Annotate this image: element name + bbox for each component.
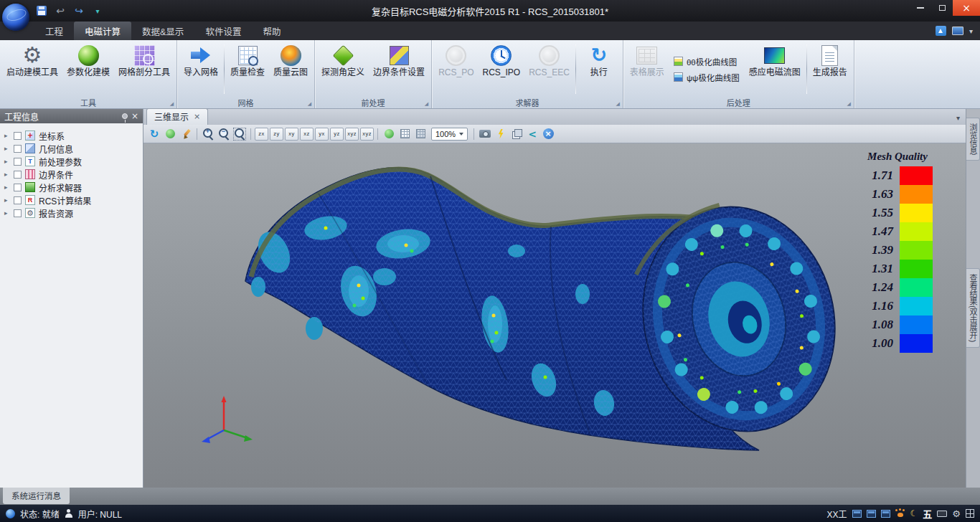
view-orientation-button[interactable]: zy [270, 128, 283, 141]
separator [224, 44, 225, 94]
mesh-grid-icon[interactable] [413, 127, 428, 141]
parameter-icon [25, 156, 35, 166]
mesh-partition-tool-button[interactable]: 网格剖分工具 [114, 42, 174, 97]
zoom-level-select[interactable]: 100% [431, 128, 468, 141]
layers-icon[interactable] [509, 127, 524, 141]
execute-button[interactable]: ↻ 执行 [578, 42, 621, 97]
system-messages-tab[interactable]: 系统运行消息 [3, 488, 70, 504]
checkbox[interactable] [14, 145, 22, 153]
zoom-window-icon[interactable] [232, 127, 247, 141]
render-mode-icon[interactable] [163, 127, 177, 141]
rcs-ipo-button[interactable]: RCS_IPO [478, 42, 524, 97]
view-orientation-button[interactable]: xyz [360, 128, 374, 141]
undo-button[interactable]: ↩ [55, 5, 66, 16]
view-orientation-button[interactable]: xz [300, 128, 314, 141]
dialog-launcher-icon[interactable]: ◢ [616, 102, 619, 107]
share-icon[interactable]: < [525, 127, 540, 141]
tree-item-boundary-conditions[interactable]: ▸ 边界条件 [0, 168, 143, 181]
tab-em-calculation[interactable]: 电磁计算 [74, 22, 131, 40]
lightning-icon[interactable] [494, 127, 508, 141]
window-icon[interactable] [867, 510, 876, 518]
checkbox[interactable] [14, 209, 22, 217]
chevron-down-icon[interactable]: ▾ [969, 27, 973, 35]
tree-item-analysis-solver[interactable]: ▸ 分析求解器 [0, 181, 143, 194]
tree-item-preprocess-params[interactable]: ▸ 前处理参数 [0, 155, 143, 168]
expander-icon[interactable]: ▸ [4, 209, 10, 217]
minimize-button[interactable] [910, 0, 931, 16]
expander-icon[interactable]: ▸ [4, 132, 10, 139]
grid-icon[interactable] [966, 509, 974, 518]
shaded-view-icon[interactable] [382, 127, 396, 141]
checkbox[interactable] [14, 132, 22, 140]
dialog-launcher-icon[interactable]: ◢ [308, 102, 311, 107]
tab-help[interactable]: 帮助 [252, 22, 291, 40]
maximize-button[interactable] [931, 0, 953, 16]
expander-icon[interactable]: ▸ [4, 145, 10, 152]
edit-icon[interactable] [179, 127, 193, 141]
boundary-conditions-button[interactable]: 边界条件设置 [369, 42, 429, 97]
tab-software-settings[interactable]: 软件设置 [194, 22, 252, 40]
browse-info-vertical-tab[interactable]: 浏览信息 [966, 118, 980, 161]
zoom-out-icon[interactable] [217, 127, 231, 141]
window-icon[interactable] [881, 510, 890, 518]
tab-project[interactable]: 工程 [34, 22, 74, 40]
up-arrow-icon[interactable] [936, 26, 946, 36]
keyboard-icon[interactable] [937, 511, 947, 517]
checkbox[interactable] [14, 184, 22, 191]
input-method-indicator[interactable]: 五 [923, 507, 932, 521]
tree-item-geometry-info[interactable]: ▸ 几何信息 [0, 142, 143, 155]
expander-icon[interactable]: ▸ [4, 171, 10, 178]
close-button[interactable]: × [953, 0, 980, 16]
monitor-icon[interactable] [952, 27, 963, 35]
pin-icon[interactable] [122, 113, 128, 119]
tab-3d-display[interactable]: 三维显示 × [146, 108, 208, 125]
tree-item-coordinate-system[interactable]: ▸ 坐标系 [0, 129, 143, 142]
moon-icon[interactable]: ☾ [910, 508, 918, 518]
expander-icon[interactable]: ▸ [4, 184, 10, 191]
gear-icon[interactable]: ⚙ [952, 508, 961, 519]
view-orientation-button[interactable]: xy [285, 128, 298, 141]
launch-modeling-tool-button[interactable]: ⚙ 启动建模工具 [2, 42, 62, 97]
zoom-in-icon[interactable] [201, 127, 215, 141]
tree-item-report-resources[interactable]: ▸ 报告资源 [0, 207, 143, 219]
redo-button[interactable]: ↪ [73, 5, 85, 16]
quality-cloud-map-button[interactable]: 质量云图 [269, 42, 312, 97]
quick-access-dropdown-icon[interactable]: ▾ [92, 5, 103, 16]
view-orientation-button[interactable]: yz [330, 128, 344, 141]
save-button[interactable] [36, 5, 47, 16]
wireframe-icon[interactable] [397, 127, 412, 141]
dialog-launcher-icon[interactable]: ◢ [425, 102, 428, 107]
screenshot-icon[interactable] [478, 127, 492, 141]
parametric-modeling-button[interactable]: 参数化建模 [62, 42, 114, 97]
theta-polarization-curve-button[interactable]: θθ极化曲线图 [672, 55, 742, 68]
tab-data-display[interactable]: 数据&显示 [131, 22, 194, 40]
probe-angle-button[interactable]: 探测角定义 [317, 42, 369, 97]
view-orientation-button[interactable]: zx [255, 128, 268, 141]
paw-icon[interactable] [895, 509, 905, 518]
checkbox[interactable] [14, 171, 22, 179]
window-icon[interactable] [852, 510, 862, 518]
rotate-view-icon[interactable]: ↻ [147, 127, 161, 141]
dialog-launcher-icon[interactable]: ◢ [847, 102, 850, 107]
view-results-vertical-tab[interactable]: 查看结果(双击展开) [966, 268, 980, 348]
generate-report-button[interactable]: 生成报告 [809, 42, 852, 97]
app-logo-icon[interactable] [2, 4, 29, 31]
quality-check-button[interactable]: 质量检查 [226, 42, 269, 97]
checkbox[interactable] [14, 158, 22, 166]
checkbox[interactable] [14, 196, 22, 204]
close-icon[interactable]: × [194, 113, 200, 120]
chevron-down-icon[interactable]: ▾ [956, 114, 960, 122]
tree-item-rcs-results[interactable]: ▸ RCS计算结果 [0, 194, 143, 207]
induced-current-map-button[interactable]: 感应电磁流图 [745, 42, 805, 97]
psi-polarization-curve-button[interactable]: ψψ极化曲线图 [672, 71, 742, 84]
import-mesh-button[interactable]: 导入网格 [179, 42, 222, 97]
view-orientation-button[interactable]: yx [315, 128, 329, 141]
close-icon[interactable]: × [131, 112, 138, 120]
expander-icon[interactable]: ▸ [4, 196, 10, 204]
viewport-toolbar: ↻ zx zy xy xz yx yz xyz xyz [143, 125, 966, 143]
close-view-icon[interactable]: × [541, 127, 555, 141]
viewport-canvas[interactable]: Mesh Quality 1.71 1.63 1.55 1.47 1.39 1.… [143, 143, 966, 488]
expander-icon[interactable]: ▸ [4, 158, 10, 165]
view-orientation-button[interactable]: xyz [345, 128, 359, 141]
dialog-launcher-icon[interactable]: ◢ [170, 102, 174, 107]
